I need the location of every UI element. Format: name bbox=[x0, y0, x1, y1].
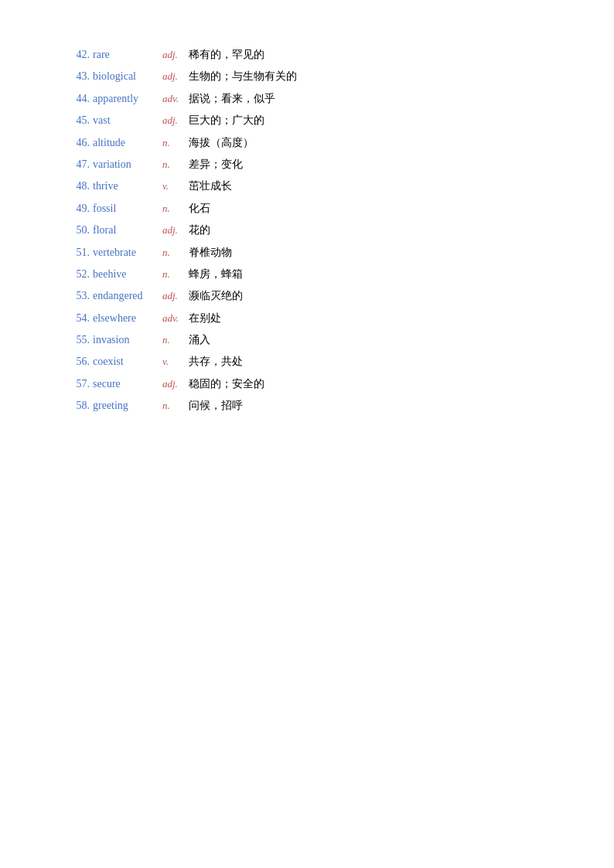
item-pos: v. bbox=[162, 354, 184, 370]
item-number: 53. bbox=[62, 288, 90, 305]
item-word: altitude bbox=[93, 134, 162, 151]
item-pos: n. bbox=[162, 245, 184, 261]
item-pos: adj. bbox=[162, 223, 184, 239]
item-definition: 在别处 bbox=[189, 310, 221, 327]
item-word: biological bbox=[93, 68, 162, 85]
item-pos: adj. bbox=[162, 376, 184, 393]
item-pos: n. bbox=[162, 135, 184, 151]
item-number: 47. bbox=[62, 156, 90, 173]
list-item: 51.vertebraten.脊椎动物 bbox=[62, 244, 552, 261]
list-item: 45.vastadj.巨大的；广大的 bbox=[62, 112, 552, 129]
item-word: vast bbox=[93, 112, 162, 129]
vocabulary-list: 42.rareadj.稀有的，罕见的43.biologicaladj.生物的；与… bbox=[62, 46, 552, 415]
item-number: 56. bbox=[62, 353, 90, 370]
item-word: floral bbox=[93, 222, 162, 239]
list-item: 42.rareadj.稀有的，罕见的 bbox=[62, 46, 552, 63]
item-definition: 差异；变化 bbox=[189, 156, 243, 173]
item-pos: n. bbox=[162, 267, 184, 283]
item-definition: 海拔（高度） bbox=[189, 134, 254, 151]
item-number: 48. bbox=[62, 178, 90, 195]
list-item: 46.altituden.海拔（高度） bbox=[62, 134, 552, 151]
item-number: 49. bbox=[62, 200, 90, 217]
list-item: 49.fossiln.化石 bbox=[62, 200, 552, 217]
list-item: 57.secureadj.稳固的；安全的 bbox=[62, 376, 552, 393]
list-item: 48.thrivev.茁壮成长 bbox=[62, 178, 552, 195]
item-pos: n. bbox=[162, 157, 184, 173]
item-number: 45. bbox=[62, 112, 90, 129]
item-definition: 化石 bbox=[189, 200, 210, 217]
item-definition: 稳固的；安全的 bbox=[189, 376, 264, 393]
list-item: 56.coexistv.共存，共处 bbox=[62, 353, 552, 370]
item-pos: adv. bbox=[162, 311, 184, 327]
list-item: 54.elsewhereadv.在别处 bbox=[62, 310, 552, 327]
item-definition: 脊椎动物 bbox=[189, 244, 232, 261]
list-item: 53.endangeredadj.濒临灭绝的 bbox=[62, 288, 552, 305]
item-definition: 花的 bbox=[189, 222, 210, 239]
item-definition: 涌入 bbox=[189, 332, 210, 349]
item-number: 57. bbox=[62, 376, 90, 393]
item-pos: adv. bbox=[162, 91, 184, 107]
item-pos: n. bbox=[162, 201, 184, 217]
item-definition: 巨大的；广大的 bbox=[189, 112, 264, 129]
item-pos: v. bbox=[162, 179, 184, 195]
list-item: 58.greetingn.问候，招呼 bbox=[62, 397, 552, 414]
item-word: invasion bbox=[93, 332, 162, 349]
item-definition: 蜂房，蜂箱 bbox=[189, 266, 243, 283]
list-item: 44.apparentlyadv.据说；看来，似乎 bbox=[62, 90, 552, 107]
list-item: 55.invasionn.涌入 bbox=[62, 332, 552, 349]
item-word: vertebrate bbox=[93, 244, 162, 261]
item-definition: 濒临灭绝的 bbox=[189, 288, 243, 305]
item-word: thrive bbox=[93, 178, 162, 195]
item-number: 46. bbox=[62, 134, 90, 151]
item-definition: 共存，共处 bbox=[189, 353, 243, 370]
item-word: coexist bbox=[93, 353, 162, 370]
item-pos: n. bbox=[162, 398, 184, 414]
item-number: 43. bbox=[62, 68, 90, 85]
item-number: 55. bbox=[62, 332, 90, 349]
item-pos: adj. bbox=[162, 69, 184, 85]
item-word: secure bbox=[93, 376, 162, 393]
item-word: greeting bbox=[93, 397, 162, 414]
item-number: 52. bbox=[62, 266, 90, 283]
item-word: apparently bbox=[93, 90, 162, 107]
item-number: 58. bbox=[62, 397, 90, 414]
list-item: 43.biologicaladj.生物的；与生物有关的 bbox=[62, 68, 552, 85]
item-definition: 稀有的，罕见的 bbox=[189, 46, 264, 63]
item-word: variation bbox=[93, 156, 162, 173]
item-word: elsewhere bbox=[93, 310, 162, 327]
item-number: 42. bbox=[62, 46, 90, 63]
item-number: 50. bbox=[62, 222, 90, 239]
list-item: 52.beehiven.蜂房，蜂箱 bbox=[62, 266, 552, 283]
item-number: 51. bbox=[62, 244, 90, 261]
item-pos: adj. bbox=[162, 47, 184, 63]
item-pos: n. bbox=[162, 332, 184, 349]
item-definition: 问候，招呼 bbox=[189, 397, 243, 414]
item-word: fossil bbox=[93, 200, 162, 217]
item-pos: adj. bbox=[162, 288, 184, 305]
list-item: 50.floraladj.花的 bbox=[62, 222, 552, 239]
item-number: 54. bbox=[62, 310, 90, 327]
item-number: 44. bbox=[62, 90, 90, 107]
item-pos: adj. bbox=[162, 113, 184, 129]
list-item: 47.variationn.差异；变化 bbox=[62, 156, 552, 173]
item-word: endangered bbox=[93, 288, 162, 305]
item-definition: 据说；看来，似乎 bbox=[189, 90, 275, 107]
item-definition: 生物的；与生物有关的 bbox=[189, 68, 297, 85]
item-definition: 茁壮成长 bbox=[189, 178, 232, 195]
item-word: rare bbox=[93, 46, 162, 63]
item-word: beehive bbox=[93, 266, 162, 283]
